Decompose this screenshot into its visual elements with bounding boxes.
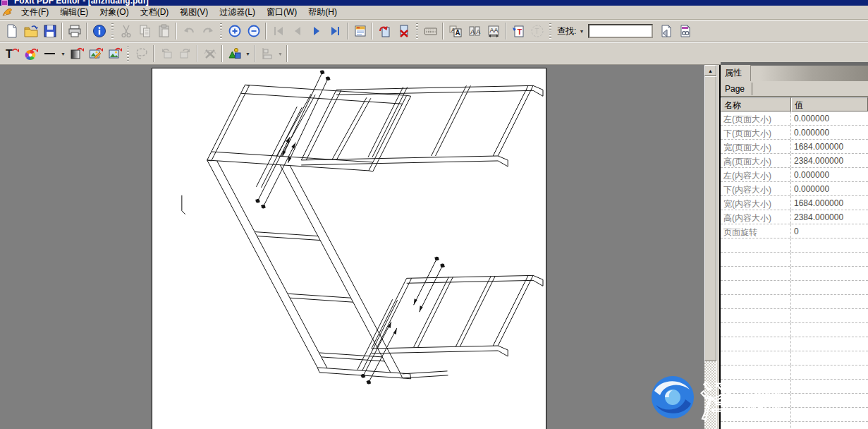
tab-properties[interactable]: 属性 bbox=[721, 65, 751, 81]
add-line-dropdown[interactable]: ▼ bbox=[59, 44, 67, 63]
cut-button[interactable] bbox=[116, 22, 135, 40]
add-line-button[interactable] bbox=[40, 44, 59, 63]
svg-text:A: A bbox=[470, 28, 475, 35]
zoom-out-button[interactable] bbox=[244, 22, 263, 40]
property-value[interactable]: 1684.000000 bbox=[791, 196, 868, 210]
add-shape-button[interactable] bbox=[225, 44, 244, 63]
edit-image-button[interactable] bbox=[86, 44, 105, 63]
copy-button[interactable] bbox=[135, 22, 154, 40]
delete-object-icon bbox=[202, 46, 218, 61]
menu-item-file[interactable]: 文件(F) bbox=[16, 5, 54, 20]
column-header-name[interactable]: 名称 bbox=[721, 97, 791, 111]
add-shape-dropdown[interactable]: ▼ bbox=[244, 44, 252, 63]
toolbar-grip[interactable] bbox=[416, 23, 418, 39]
find-options-dropdown[interactable]: ▼ bbox=[577, 22, 585, 40]
font-width-button[interactable]: AA bbox=[484, 22, 503, 40]
first-page-icon bbox=[271, 23, 286, 39]
property-row-empty bbox=[721, 351, 868, 365]
find-next-button[interactable] bbox=[675, 22, 694, 40]
add-color-icon bbox=[23, 46, 39, 61]
property-name: 高(内容大小) bbox=[721, 210, 791, 224]
property-row: 左(内容大小) 0.000000 bbox=[721, 168, 868, 182]
property-value[interactable]: 2384.000000 bbox=[791, 210, 868, 224]
page-properties-button[interactable] bbox=[350, 22, 369, 40]
delete-page-icon bbox=[396, 23, 412, 39]
text-circle-button[interactable]: T bbox=[527, 22, 546, 40]
rotate-left-button[interactable] bbox=[157, 44, 176, 63]
last-page-icon bbox=[328, 23, 343, 39]
separator bbox=[153, 45, 154, 62]
svg-text:T: T bbox=[6, 48, 13, 60]
save-button[interactable] bbox=[40, 22, 59, 40]
font-replace-button[interactable]: AA bbox=[446, 22, 465, 40]
zoom-in-button[interactable] bbox=[225, 22, 244, 40]
document-info-button[interactable] bbox=[90, 22, 109, 40]
add-image-icon bbox=[107, 46, 123, 61]
insert-page-button[interactable] bbox=[375, 22, 394, 40]
open-button[interactable] bbox=[21, 22, 40, 40]
property-table-body: 左(页面大小) 0.000000 下(页面大小) 0.000000 宽(页面大小… bbox=[721, 111, 868, 429]
menu-item-filter[interactable]: 过滤器(L) bbox=[214, 5, 261, 20]
menu-item-view[interactable]: 视图(V) bbox=[174, 5, 214, 20]
menu-item-edit[interactable]: 编辑(E) bbox=[54, 5, 94, 20]
find-input[interactable] bbox=[588, 24, 653, 38]
next-page-button[interactable] bbox=[307, 22, 326, 40]
menu-item-window[interactable]: 窗口(W) bbox=[261, 5, 302, 20]
add-shading-button[interactable] bbox=[67, 44, 86, 63]
virtual-keyboard-button[interactable] bbox=[421, 22, 440, 40]
toolbar-grip[interactable] bbox=[111, 23, 114, 39]
scroll-thumb[interactable] bbox=[704, 76, 716, 361]
separator bbox=[265, 23, 267, 40]
open-icon bbox=[23, 23, 39, 39]
column-header-value[interactable]: 值 bbox=[791, 97, 868, 111]
save-icon bbox=[42, 23, 58, 39]
svg-text:A: A bbox=[476, 28, 480, 35]
pdf-page[interactable] bbox=[152, 68, 546, 429]
property-value[interactable]: 0.000000 bbox=[791, 126, 868, 139]
property-value[interactable]: 0.000000 bbox=[791, 111, 868, 125]
panel-title-row: 属性 bbox=[721, 66, 868, 81]
add-color-button[interactable] bbox=[21, 44, 40, 63]
scroll-up-button[interactable]: ▲ bbox=[704, 65, 716, 76]
property-value[interactable]: 0 bbox=[791, 224, 868, 238]
redo-button[interactable] bbox=[198, 22, 217, 40]
property-name: 下(页面大小) bbox=[721, 126, 791, 139]
rotate-right-button[interactable] bbox=[176, 44, 195, 63]
separator bbox=[372, 23, 373, 40]
delete-page-button[interactable] bbox=[394, 22, 413, 40]
last-page-button[interactable] bbox=[326, 22, 345, 40]
paste-button[interactable] bbox=[154, 22, 173, 40]
find-previous-button[interactable] bbox=[656, 22, 675, 40]
toolbar-grip[interactable] bbox=[220, 23, 222, 39]
property-value[interactable]: 1684.000000 bbox=[791, 140, 868, 153]
toolbar-grip[interactable] bbox=[127, 46, 129, 61]
new-button[interactable] bbox=[2, 22, 21, 40]
canvas-vertical-scrollbar[interactable]: ▲ bbox=[704, 65, 716, 429]
menu-item-object[interactable]: 对象(O) bbox=[94, 5, 134, 20]
menu-item-document[interactable]: 文档(D) bbox=[135, 5, 175, 20]
add-text-button[interactable]: T bbox=[2, 44, 21, 63]
font-compare-button[interactable]: AA bbox=[465, 22, 484, 40]
select-object-button[interactable] bbox=[132, 44, 151, 63]
tab-page[interactable]: Page bbox=[721, 83, 752, 95]
toolbar-grip[interactable] bbox=[549, 23, 551, 39]
property-value[interactable]: 2384.000000 bbox=[791, 154, 868, 167]
property-value[interactable]: 0.000000 bbox=[791, 182, 868, 195]
previous-page-button[interactable] bbox=[288, 22, 307, 40]
undo-button[interactable] bbox=[179, 22, 198, 40]
print-button[interactable] bbox=[65, 22, 84, 40]
align-objects-button[interactable] bbox=[257, 44, 276, 63]
property-name: 左(页面大小) bbox=[721, 111, 791, 125]
first-page-button[interactable] bbox=[269, 22, 288, 40]
zoom-in-icon bbox=[227, 23, 243, 39]
menu-item-help[interactable]: 帮助(H) bbox=[302, 5, 343, 20]
separator bbox=[254, 45, 255, 62]
property-value[interactable]: 0.000000 bbox=[791, 168, 868, 181]
document-canvas[interactable] bbox=[0, 65, 704, 429]
property-row: 宽(页面大小) 1684.000000 bbox=[721, 140, 868, 154]
embed-text-button[interactable]: T bbox=[508, 22, 527, 40]
document-logo-icon bbox=[1, 7, 13, 18]
delete-object-button[interactable] bbox=[200, 44, 219, 63]
add-image-button[interactable] bbox=[105, 44, 124, 63]
align-dropdown[interactable]: ▼ bbox=[276, 44, 284, 63]
